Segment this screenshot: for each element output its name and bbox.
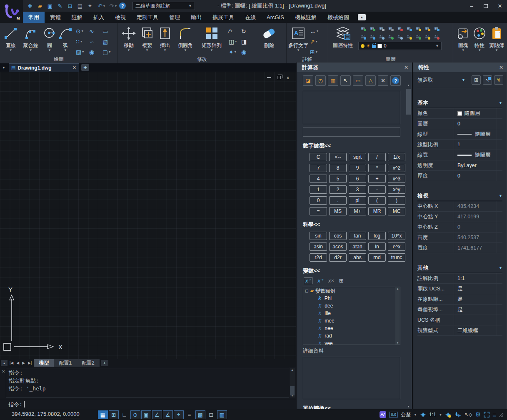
prev-layout-icon[interactable]: ◀ (15, 361, 20, 365)
measure-distance-icon[interactable]: ▭ (353, 75, 363, 86)
selection-dropdown[interactable]: 無選取 ▼ (417, 77, 470, 84)
calc-key[interactable]: x^2 (388, 164, 405, 172)
spline-fit-icon[interactable]: ∽ (89, 36, 102, 47)
delete-variable-icon[interactable]: x× (328, 278, 334, 284)
scientific-section-label[interactable]: 科學<< (303, 221, 412, 228)
drawing-canvas[interactable]: x Y X (0, 72, 296, 359)
last-layout-icon[interactable]: ▶| (27, 361, 32, 365)
calc-key[interactable]: 5 (329, 175, 347, 183)
property-value[interactable]: 隨圖層 (454, 110, 497, 117)
calc-key[interactable]: = (310, 207, 327, 215)
chevron-down-icon[interactable]: ▼ (414, 413, 417, 417)
delete-icon[interactable]: ✕ (378, 75, 388, 86)
calc-key[interactable]: 1 (310, 185, 327, 194)
annotation-scale-value[interactable]: 1:1 (429, 412, 436, 418)
variable-item[interactable]: X dee (303, 302, 400, 310)
clipboard-button[interactable]: 剪貼簿 ▼ (488, 24, 505, 52)
ribbon-tab[interactable]: 常用 (23, 12, 45, 23)
offset-icon[interactable]: ◫ ▾ (229, 36, 241, 47)
open-folder-icon[interactable]: ▰ (36, 2, 43, 10)
ribbon-tab[interactable]: 實體 (45, 12, 66, 23)
scroll-up-icon[interactable]: ▲ (395, 288, 400, 290)
calc-sci-key[interactable]: rnd (368, 253, 386, 262)
calc-key[interactable]: 9 (349, 164, 366, 172)
units-section-label[interactable]: 單位轉換<< (303, 405, 412, 409)
calc-key[interactable]: 2 (329, 185, 347, 194)
expand-command-icon[interactable]: ▲ (1, 360, 7, 366)
calc-help-icon[interactable]: ? (390, 75, 401, 86)
calc-key[interactable]: 3 (349, 185, 366, 194)
section-view[interactable]: 檢視 ▼ (417, 192, 502, 201)
collapse-section-icon[interactable]: ▼ (499, 266, 502, 270)
property-row[interactable]: 中心點 X 485.4234 (417, 201, 502, 212)
new-file-icon[interactable]: ✚ (26, 2, 33, 10)
status-menu-icon[interactable]: ≡ (492, 411, 496, 418)
polyline-button[interactable]: 聚合線 ▼ (20, 24, 42, 52)
calc-key[interactable]: . (329, 196, 347, 205)
scroll-up-icon[interactable]: ▲ (406, 84, 411, 87)
transparency-toggle[interactable]: ▩ (195, 410, 205, 419)
property-value[interactable]: 二維線框 (454, 327, 497, 334)
ribbon-tab[interactable]: 機械繪圖 (322, 12, 355, 23)
properties-button[interactable]: 特性 ▼ (471, 24, 487, 52)
scroll-down-icon[interactable]: ▼ (395, 342, 400, 344)
calc-key[interactable]: 0 (310, 196, 327, 205)
calc-sci-key[interactable]: d2r (329, 253, 347, 262)
property-value[interactable]: 是 (454, 285, 497, 292)
layer-merge-icon[interactable]: ≋ (422, 32, 432, 41)
region-icon[interactable]: ▧ (102, 36, 116, 47)
layer-on-icon[interactable]: ≋ (358, 24, 367, 32)
property-row[interactable]: 註解比例 1:1 (417, 273, 502, 284)
pickbox-icon[interactable]: ⌖ (86, 2, 93, 10)
minimize-button[interactable]: – (465, 0, 479, 12)
spline-icon[interactable]: ∿ (89, 26, 102, 36)
arc-button[interactable]: 弧 ▼ (57, 24, 73, 52)
calc-sci-key[interactable]: atan (349, 242, 366, 251)
calc-key[interactable]: / (368, 153, 386, 161)
calc-sci-key[interactable]: log (368, 232, 386, 240)
command-history[interactable]: 指令:指定對角點:指令: '_help (6, 368, 289, 398)
property-value[interactable]: 隨圖層 (454, 131, 497, 138)
property-row[interactable]: 視覺型式 二維線框 (417, 325, 502, 336)
rotate-icon[interactable]: ↻ (241, 26, 254, 36)
ortho-mode-toggle[interactable]: ∟ (120, 410, 130, 419)
calculator-history-box[interactable] (303, 91, 400, 124)
dynamic-input-toggle[interactable]: ⌖ (174, 410, 184, 419)
layout-tab[interactable]: 配置2 (77, 359, 100, 367)
property-value[interactable]: 0 (454, 173, 497, 179)
layer-delete-icon[interactable]: ≋ (432, 32, 441, 41)
erase-button[interactable]: 刪除 (257, 24, 281, 52)
collapse-section-icon[interactable]: ▼ (499, 194, 502, 198)
calc-key[interactable]: C (310, 153, 327, 161)
calculator-input-icon[interactable]: ⊞ (339, 278, 344, 284)
selection-cycling-toggle[interactable]: ▥ (217, 410, 227, 419)
layer-match-icon[interactable]: ≋ (367, 32, 377, 41)
unlock-layer-icon[interactable]: ≋ (404, 24, 413, 32)
variable-item[interactable]: X ille (303, 310, 400, 317)
toggle-pickadd-icon[interactable]: ↯ (494, 75, 503, 85)
turn-all-layers-on-icon[interactable]: ≋ (377, 24, 386, 32)
ribbon-tab[interactable]: 輸出 (185, 12, 207, 23)
scroll-up-icon[interactable]: ▲ (290, 368, 295, 371)
calc-key[interactable]: x^y (388, 185, 405, 194)
linear-dimension-icon[interactable]: ↔ ▾ (310, 26, 327, 36)
calc-key[interactable]: * (368, 164, 386, 172)
rectangle-tool-icon[interactable]: ▭ (102, 26, 116, 36)
help-icon[interactable]: ? (119, 2, 125, 9)
annotation-visibility-icon[interactable] (445, 412, 451, 418)
variable-item[interactable]: X rad (303, 332, 400, 340)
chevron-down-icon[interactable]: ▼ (439, 413, 442, 417)
leader-icon[interactable]: ↗ ▾ (310, 36, 327, 47)
property-row[interactable]: 線型 隨圖層 (417, 129, 502, 140)
layer-isolate-icon[interactable]: ≋ (404, 32, 413, 41)
undo-icon[interactable]: ↶ ▾ (96, 2, 105, 10)
property-value[interactable]: 0 (454, 121, 497, 127)
annotation-scale-icon[interactable] (420, 412, 426, 418)
property-value[interactable]: 1:1 (454, 275, 497, 281)
circle-center-radius-icon[interactable]: ⊙ ▾ (76, 26, 89, 36)
calc-key[interactable]: 4 (310, 175, 327, 183)
angle-override-toggle[interactable]: ∠ (152, 410, 162, 419)
ribbon-tab[interactable]: 管理 (164, 12, 185, 23)
new-document-tab-button[interactable]: ✚ (81, 64, 89, 71)
clear-icon[interactable]: ◪ (303, 75, 313, 86)
